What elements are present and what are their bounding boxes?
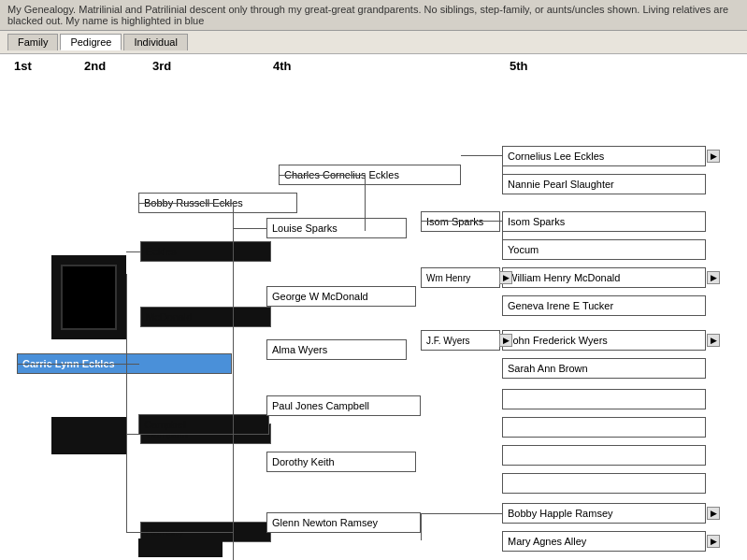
tab-individual[interactable]: Individual bbox=[123, 34, 187, 50]
person-isom-sparks-gen4[interactable]: Isom Sparks bbox=[421, 211, 500, 232]
person-mcdonald-gen2[interactable]: McDonald bbox=[140, 307, 271, 327]
connector-ramsey-5th-h bbox=[421, 513, 502, 514]
app-description: My Genealogy. Matrilinial and Patrilinia… bbox=[0, 0, 747, 31]
person-wm-henry-mcdonald-gen4[interactable]: Wm Henry ▶ bbox=[421, 267, 500, 288]
blacked-image-paternal bbox=[51, 255, 126, 339]
person-mary-agnes-alley[interactable]: Mary Agnes Alley ▶ bbox=[502, 531, 706, 552]
arrow-cornelius[interactable]: ▶ bbox=[707, 150, 720, 163]
person-eckles-paternal[interactable]: Eckles bbox=[140, 241, 271, 262]
blacked-image-maternal bbox=[51, 417, 126, 454]
gen-label-4th: 4th bbox=[273, 59, 292, 73]
arrow-wm-mcd[interactable]: ▶ bbox=[499, 271, 512, 284]
navigation-bar: Family Pedigree Individual bbox=[0, 31, 747, 54]
connector-louise-h bbox=[233, 228, 266, 229]
gen-label-2nd: 2nd bbox=[84, 59, 106, 73]
person-paul-jones-campbell[interactable]: Paul Jones Campbell bbox=[266, 395, 421, 416]
person-empty-4[interactable] bbox=[502, 473, 706, 494]
person-empty-3[interactable] bbox=[502, 445, 706, 466]
arrow-john-wyers[interactable]: ▶ bbox=[707, 334, 720, 347]
person-campbell-gen3[interactable]: Campbell bbox=[138, 414, 269, 435]
connector-rams-short bbox=[126, 532, 138, 533]
connector-ramsey-h bbox=[138, 532, 233, 533]
person-alma-wyers[interactable]: Alma Wyers bbox=[266, 339, 407, 360]
gen-label-1st: 1st bbox=[14, 59, 32, 73]
connector-ramsey-5th-v bbox=[421, 513, 422, 540]
person-isom-sparks-gen5[interactable]: Isom Sparks bbox=[502, 211, 706, 232]
person-louise-sparks[interactable]: Louise Sparks bbox=[266, 218, 407, 238]
tab-family[interactable]: Family bbox=[7, 34, 58, 50]
person-cornelius-lee-eckles[interactable]: Cornelius Lee Eckles ▶ bbox=[502, 146, 706, 166]
connector-eckles-gen2-h bbox=[126, 251, 140, 252]
person-empty-2[interactable] bbox=[502, 417, 706, 438]
connector-maternal-v bbox=[233, 434, 234, 560]
connector-gen1-gen2-h2 bbox=[17, 364, 126, 365]
connector-charles-h bbox=[279, 175, 365, 176]
connector-5th-sparks-v bbox=[502, 221, 503, 249]
person-yocum[interactable]: Yocum bbox=[502, 239, 706, 260]
person-bobby-happle-ramsey[interactable]: Bobby Happle Ramsey ▶ bbox=[502, 503, 706, 524]
connector-bobby-h bbox=[138, 203, 233, 204]
gen-label-3rd: 3rd bbox=[152, 59, 171, 73]
connector-gen3-pat-v bbox=[365, 175, 366, 231]
gen-label-5th: 5th bbox=[510, 59, 528, 73]
person-nannie-pearl-slaughter[interactable]: Nannie Pearl Slaughter bbox=[502, 174, 706, 194]
arrow-william-mcdonald[interactable]: ▶ bbox=[707, 271, 720, 284]
person-william-henry-mcdonald[interactable]: William Henry McDonald ▶ bbox=[502, 267, 706, 288]
connector-campbell-h bbox=[138, 434, 233, 435]
arrow-mary-alley[interactable]: ▶ bbox=[707, 535, 720, 548]
arrow-jf-wyers[interactable]: ▶ bbox=[499, 334, 512, 347]
tab-pedigree[interactable]: Pedigree bbox=[60, 34, 122, 50]
person-john-frederick-wyers[interactable]: John Frederick Wyers ▶ bbox=[502, 330, 706, 351]
connector-gen1-gen2-v bbox=[126, 274, 127, 532]
blacked-image-ramsey bbox=[138, 538, 223, 557]
person-jf-wyers-gen4[interactable]: J.F. Wyers ▶ bbox=[421, 330, 500, 351]
connector-5th-eckles-v bbox=[502, 155, 503, 183]
chart-area: 1st 2nd 3rd 4th 5th Carrie Lynn Eckles E… bbox=[0, 54, 747, 560]
person-geneva-irene-tucker[interactable]: Geneva Irene E Tucker bbox=[502, 295, 706, 316]
person-sarah-ann-brown[interactable]: Sarah Ann Brown bbox=[502, 358, 706, 379]
connector-5th-eckles-h bbox=[461, 155, 502, 156]
person-dorothy-keith[interactable]: Dorothy Keith bbox=[266, 452, 416, 472]
person-glenn-newton-ramsey[interactable]: Glenn Newton Ramsey bbox=[266, 512, 421, 533]
person-empty-1[interactable] bbox=[502, 389, 706, 409]
person-george-mcdonald[interactable]: George W McDonald bbox=[266, 286, 416, 307]
arrow-bobby-ramsey[interactable]: ▶ bbox=[707, 507, 720, 520]
connector-paternal-v bbox=[233, 203, 234, 413]
connector-5th-sparks-h bbox=[421, 221, 502, 222]
connector-camp-short bbox=[126, 434, 138, 435]
